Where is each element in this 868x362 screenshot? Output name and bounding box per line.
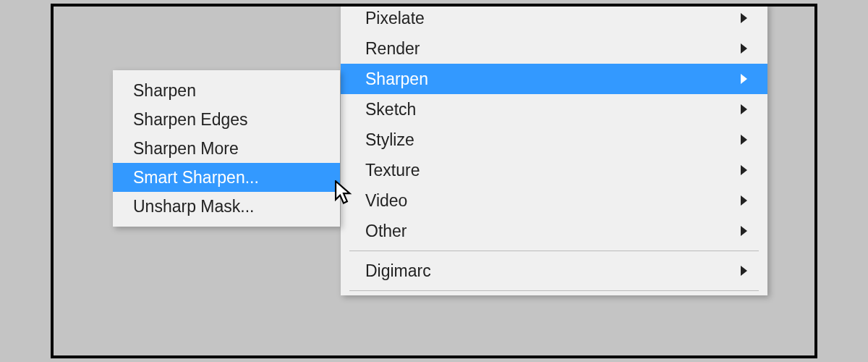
menu-label: Other <box>365 222 407 241</box>
submenu-arrow-icon <box>741 226 747 236</box>
submenu-arrow-icon <box>741 135 747 145</box>
submenu-item-sharpen-edges[interactable]: Sharpen Edges <box>113 105 340 134</box>
menu-label: Sharpen <box>365 70 428 89</box>
submenu-item-smart-sharpen[interactable]: Smart Sharpen... <box>113 163 340 192</box>
menu-label: Sketch <box>365 100 416 119</box>
menu-item-stylize[interactable]: Stylize <box>341 125 767 155</box>
menu-label: Digimarc <box>365 261 431 281</box>
menu-label: Pixelate <box>365 9 425 28</box>
filter-menu: Pixelate Render Sharpen Sketch Stylize T… <box>341 4 767 295</box>
submenu-item-unsharp-mask[interactable]: Unsharp Mask... <box>113 192 340 221</box>
submenu-label: Unsharp Mask... <box>133 197 254 216</box>
submenu-arrow-icon <box>741 43 747 54</box>
menu-separator <box>349 251 759 251</box>
submenu-label: Smart Sharpen... <box>133 168 259 188</box>
submenu-label: Sharpen More <box>133 139 239 159</box>
menu-item-render[interactable]: Render <box>341 33 767 64</box>
menu-item-other[interactable]: Other <box>341 216 767 246</box>
submenu-arrow-icon <box>741 165 747 175</box>
submenu-arrow-icon <box>741 266 747 276</box>
menu-label: Render <box>365 39 420 59</box>
menu-separator <box>349 290 759 291</box>
menu-label: Texture <box>365 161 420 180</box>
menu-label: Video <box>365 191 407 211</box>
menu-item-pixelate[interactable]: Pixelate <box>341 4 767 33</box>
submenu-label: Sharpen Edges <box>133 110 248 130</box>
submenu-item-sharpen[interactable]: Sharpen <box>113 76 340 105</box>
menu-item-sketch[interactable]: Sketch <box>341 94 767 125</box>
submenu-arrow-icon <box>741 13 747 23</box>
menu-label: Stylize <box>365 130 414 150</box>
submenu-arrow-icon <box>741 74 747 84</box>
menu-item-texture[interactable]: Texture <box>341 155 767 185</box>
menu-item-video[interactable]: Video <box>341 185 767 216</box>
submenu-arrow-icon <box>741 195 747 206</box>
submenu-arrow-icon <box>741 104 747 114</box>
submenu-label: Sharpen <box>133 81 196 101</box>
app-frame: Pixelate Render Sharpen Sketch Stylize T… <box>51 4 817 358</box>
menu-item-sharpen[interactable]: Sharpen <box>341 64 767 94</box>
submenu-item-sharpen-more[interactable]: Sharpen More <box>113 134 340 163</box>
menu-item-digimarc[interactable]: Digimarc <box>341 256 767 286</box>
sharpen-submenu: Sharpen Sharpen Edges Sharpen More Smart… <box>113 70 340 227</box>
